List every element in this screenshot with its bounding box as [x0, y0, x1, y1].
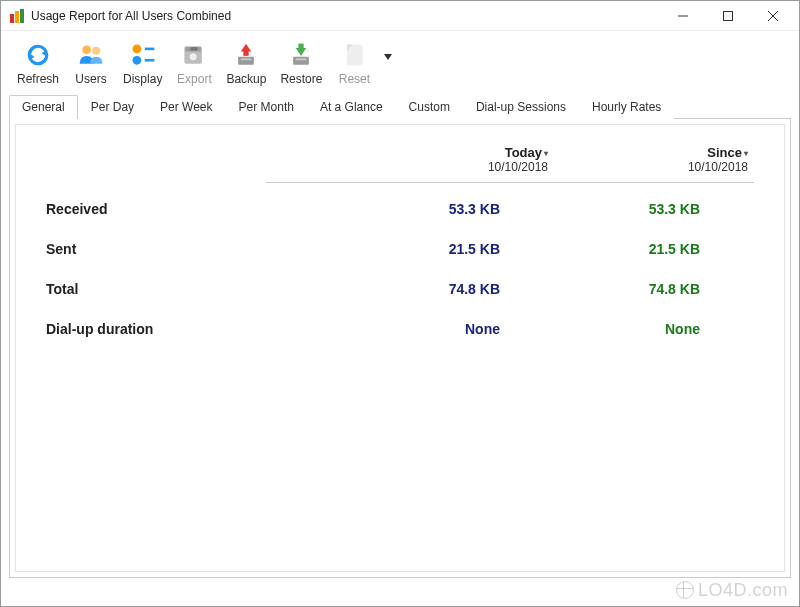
svg-point-9 [82, 45, 91, 54]
maximize-button[interactable] [705, 1, 750, 31]
refresh-label: Refresh [17, 72, 59, 86]
column-since-date: 10/10/2018 [554, 160, 748, 174]
svg-rect-1 [15, 11, 19, 23]
svg-rect-24 [296, 59, 307, 61]
svg-point-18 [190, 53, 197, 60]
display-button[interactable]: Display [117, 37, 168, 88]
label-dialup: Dial-up duration [46, 321, 306, 337]
tab-custom[interactable]: Custom [396, 95, 463, 119]
dialup-since: None [506, 321, 706, 337]
svg-rect-19 [239, 57, 255, 65]
export-icon [178, 39, 210, 71]
tab-general[interactable]: General [9, 95, 78, 119]
globe-icon [676, 581, 694, 599]
svg-rect-20 [241, 59, 252, 61]
tabpanel: Today▾ 10/10/2018 Since▾ 10/10/2018 Rece… [9, 118, 791, 578]
export-button[interactable]: Export [170, 37, 218, 88]
header-rule [266, 182, 754, 183]
column-today-title: Today [505, 145, 542, 160]
users-button[interactable]: Users [67, 37, 115, 88]
tab-per-week[interactable]: Per Week [147, 95, 225, 119]
restore-label: Restore [280, 72, 322, 86]
tab-hourly-rates[interactable]: Hourly Rates [579, 95, 674, 119]
row-dialup: Dial-up duration None None [46, 321, 754, 337]
watermark-text: LO4D.com [698, 580, 788, 600]
svg-point-10 [92, 47, 100, 55]
svg-rect-4 [723, 11, 732, 20]
tab-per-day[interactable]: Per Day [78, 95, 147, 119]
tabpanel-inner: Today▾ 10/10/2018 Since▾ 10/10/2018 Rece… [15, 124, 785, 572]
svg-marker-25 [296, 48, 307, 56]
watermark: LO4D.com [676, 580, 788, 601]
reset-button[interactable]: Reset [330, 37, 378, 88]
report-header: Today▾ 10/10/2018 Since▾ 10/10/2018 [46, 145, 754, 174]
reset-label: Reset [339, 72, 370, 86]
tab-at-a-glance[interactable]: At a Glance [307, 95, 396, 119]
refresh-icon [22, 39, 54, 71]
column-since[interactable]: Since▾ 10/10/2018 [554, 145, 754, 174]
sent-since: 21.5 KB [506, 241, 706, 257]
usage-report: Today▾ 10/10/2018 Since▾ 10/10/2018 Rece… [46, 145, 754, 337]
svg-rect-23 [294, 57, 310, 65]
svg-rect-22 [244, 51, 249, 56]
total-today: 74.8 KB [306, 281, 506, 297]
backup-icon [230, 39, 262, 71]
dialup-today: None [306, 321, 506, 337]
svg-marker-21 [241, 44, 252, 52]
tab-per-month[interactable]: Per Month [226, 95, 307, 119]
tab-dial-up-sessions[interactable]: Dial-up Sessions [463, 95, 579, 119]
label-total: Total [46, 281, 306, 297]
display-icon [127, 39, 159, 71]
app-icon [9, 8, 25, 24]
tabstrip: General Per Day Per Week Per Month At a … [1, 94, 799, 118]
column-today-date: 10/10/2018 [354, 160, 548, 174]
minimize-button[interactable] [660, 1, 705, 31]
reset-icon [338, 39, 370, 71]
window-controls [660, 1, 795, 31]
export-label: Export [177, 72, 212, 86]
dropdown-arrow-icon: ▾ [544, 149, 548, 158]
svg-rect-26 [299, 44, 304, 49]
refresh-button[interactable]: Refresh [11, 37, 65, 88]
display-label: Display [123, 72, 162, 86]
label-received: Received [46, 201, 306, 217]
restore-button[interactable]: Restore [274, 37, 328, 88]
column-since-title: Since [707, 145, 742, 160]
users-icon [75, 39, 107, 71]
label-sent: Sent [46, 241, 306, 257]
row-total: Total 74.8 KB 74.8 KB [46, 281, 754, 297]
received-today: 53.3 KB [306, 201, 506, 217]
column-today[interactable]: Today▾ 10/10/2018 [354, 145, 554, 174]
titlebar: Usage Report for All Users Combined [1, 1, 799, 31]
svg-rect-17 [191, 47, 198, 51]
dropdown-arrow-icon: ▾ [744, 149, 748, 158]
svg-point-11 [132, 45, 141, 54]
toolbar-dropdown[interactable] [380, 37, 396, 77]
row-received: Received 53.3 KB 53.3 KB [46, 201, 754, 217]
received-since: 53.3 KB [506, 201, 706, 217]
restore-icon [285, 39, 317, 71]
backup-label: Backup [226, 72, 266, 86]
backup-button[interactable]: Backup [220, 37, 272, 88]
svg-rect-0 [10, 14, 14, 23]
total-since: 74.8 KB [506, 281, 706, 297]
sent-today: 21.5 KB [306, 241, 506, 257]
chevron-down-icon [384, 54, 392, 60]
svg-point-12 [132, 56, 141, 65]
close-button[interactable] [750, 1, 795, 31]
row-sent: Sent 21.5 KB 21.5 KB [46, 241, 754, 257]
svg-marker-28 [384, 54, 392, 60]
toolbar: Refresh Users Display [1, 31, 799, 92]
users-label: Users [75, 72, 106, 86]
window-title: Usage Report for All Users Combined [31, 9, 660, 23]
svg-rect-2 [20, 9, 24, 23]
